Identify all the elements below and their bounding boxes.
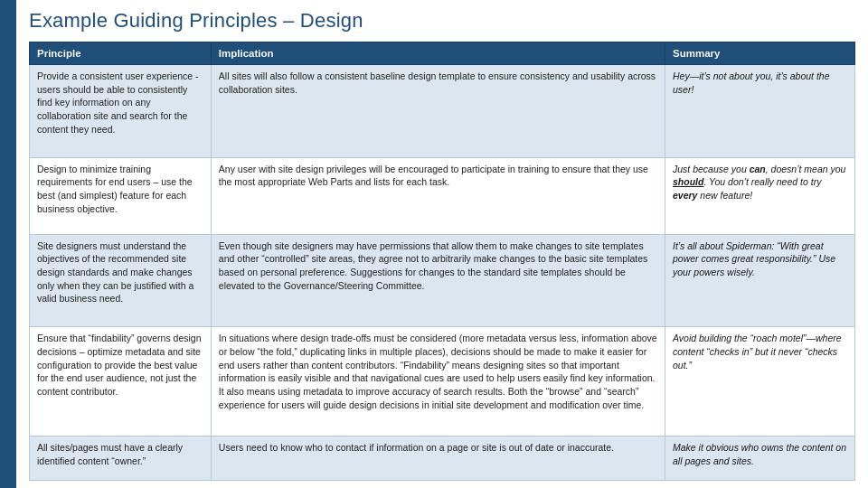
cell-summary: Avoid building the “roach motel”—where c… <box>665 327 855 436</box>
main-content: Example Guiding Principles – Design Prin… <box>16 0 868 488</box>
page-title: Example Guiding Principles – Design <box>29 9 855 33</box>
cell-summary: It’s all about Spiderman: “With great po… <box>665 234 855 327</box>
table-row: Ensure that “findability” governs design… <box>30 327 855 436</box>
header-implication: Implication <box>211 42 665 65</box>
guiding-principles-table: Principle Implication Summary Provide a … <box>29 42 855 481</box>
cell-principle: All sites/pages must have a clearly iden… <box>30 436 212 480</box>
header-principle: Principle <box>30 42 212 65</box>
cell-implication: Users need to know who to contact if inf… <box>211 436 665 480</box>
cell-principle: Site designers must understand the objec… <box>30 234 212 327</box>
header-summary: Summary <box>665 42 855 65</box>
cell-implication: Any user with site design privileges wil… <box>211 157 665 234</box>
cell-summary: Hey—it’s not about you, it’s about the u… <box>665 65 855 158</box>
cell-principle: Design to minimize training requirements… <box>30 157 212 234</box>
cell-implication: In situations where design trade-offs mu… <box>211 327 665 436</box>
table-row: Design to minimize training requirements… <box>30 157 855 234</box>
cell-principle: Provide a consistent user experience - u… <box>30 65 212 158</box>
cell-implication: All sites will also follow a consistent … <box>211 65 665 158</box>
cell-implication: Even though site designers may have perm… <box>211 234 665 327</box>
cell-principle: Ensure that “findability” governs design… <box>30 327 212 436</box>
cell-summary: Just because you can, doesn’t mean you s… <box>665 157 855 234</box>
table-row: Provide a consistent user experience - u… <box>30 65 855 158</box>
left-bar <box>0 0 16 488</box>
cell-summary: Make it obvious who owns the content on … <box>665 436 855 480</box>
table-row: All sites/pages must have a clearly iden… <box>30 436 855 480</box>
table-row: Site designers must understand the objec… <box>30 234 855 327</box>
